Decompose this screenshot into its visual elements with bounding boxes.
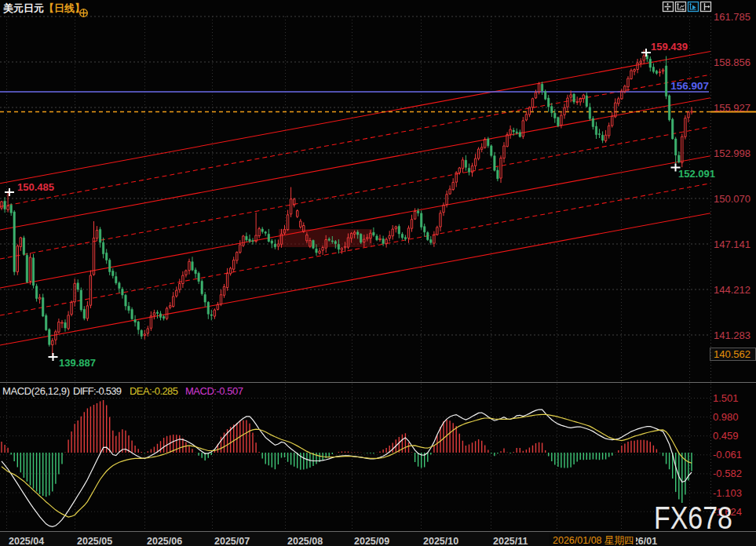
svg-text:FX678: FX678 xyxy=(654,500,732,535)
svg-text:2025/04: 2025/04 xyxy=(9,536,44,546)
svg-text:140.562: 140.562 xyxy=(714,348,751,360)
svg-text:161.785: 161.785 xyxy=(714,11,751,23)
svg-text:2026/01/08 星期四: 2026/01/08 星期四 xyxy=(553,535,634,546)
svg-text:2025/09: 2025/09 xyxy=(354,536,389,546)
svg-text:美元日元【日线】: 美元日元【日线】 xyxy=(2,2,85,14)
svg-text:2025/07: 2025/07 xyxy=(214,536,250,546)
svg-text:2025/05: 2025/05 xyxy=(77,536,112,546)
svg-text:155.927: 155.927 xyxy=(714,102,751,114)
svg-text:144.212: 144.212 xyxy=(714,284,751,296)
svg-text:DIFF:-0.539: DIFF:-0.539 xyxy=(73,385,122,397)
svg-text:1.501: 1.501 xyxy=(713,392,739,404)
svg-text:-1.103: -1.103 xyxy=(713,487,742,499)
svg-text:2025/08: 2025/08 xyxy=(287,536,323,546)
svg-text:139.887: 139.887 xyxy=(59,357,96,369)
svg-text:147.141: 147.141 xyxy=(714,238,751,250)
svg-text:141.283: 141.283 xyxy=(714,329,751,341)
svg-text:2025/11: 2025/11 xyxy=(493,536,528,546)
svg-text:0.980: 0.980 xyxy=(713,411,739,423)
svg-text:152.998: 152.998 xyxy=(714,147,751,159)
svg-text:150.070: 150.070 xyxy=(714,193,751,205)
svg-text:150.485: 150.485 xyxy=(17,181,54,193)
svg-text:MACD:-0.507: MACD:-0.507 xyxy=(185,385,243,397)
svg-text:0.459: 0.459 xyxy=(713,430,739,442)
svg-text:159.439: 159.439 xyxy=(651,41,688,53)
svg-text:158.856: 158.856 xyxy=(714,56,751,68)
svg-text:DEA:-0.285: DEA:-0.285 xyxy=(130,385,178,397)
svg-text:152.091: 152.091 xyxy=(678,168,715,180)
svg-text:MACD(26,12,9): MACD(26,12,9) xyxy=(2,385,70,397)
svg-text:156.907: 156.907 xyxy=(670,80,709,92)
svg-text:2025/06: 2025/06 xyxy=(147,536,182,546)
svg-text:2025/10: 2025/10 xyxy=(423,536,458,546)
svg-text:-0.061: -0.061 xyxy=(713,449,742,460)
svg-text:-0.582: -0.582 xyxy=(713,468,742,479)
